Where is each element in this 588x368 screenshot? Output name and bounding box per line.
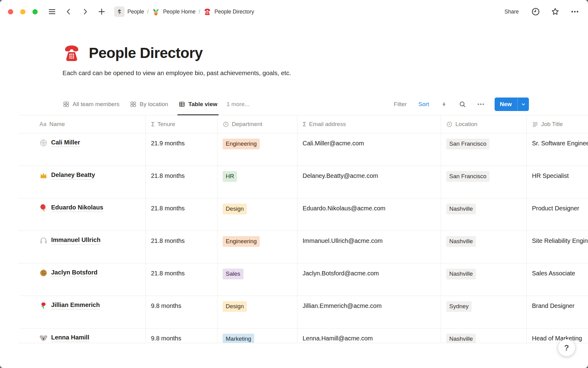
department-cell[interactable]: Engineering (217, 133, 297, 166)
name-cell[interactable]: Eduardo Nikolaus (18, 198, 145, 231)
job-title-value: HR Specialist (532, 172, 569, 179)
share-button[interactable]: Share (503, 7, 521, 16)
job-title-cell[interactable]: Site Reliability Engineer (526, 231, 588, 263)
close-window-button[interactable] (8, 9, 13, 14)
traffic-lights (8, 9, 38, 14)
tenure-cell[interactable]: 21.8 months (145, 166, 217, 198)
more-options-icon[interactable] (570, 7, 579, 16)
location-cell[interactable]: Nashville (441, 328, 526, 343)
location-cell[interactable]: San Francisco (441, 166, 526, 198)
column-header-email[interactable]: Σ Email address (297, 115, 441, 133)
tenure-cell[interactable]: 9.8 months (145, 328, 217, 343)
chevron-down-icon[interactable] (518, 98, 529, 111)
zoom-window-button[interactable] (32, 9, 38, 14)
view-options-icon[interactable] (476, 100, 485, 109)
name-cell[interactable]: Jillian Emmerich (18, 296, 145, 328)
new-button-label[interactable]: New (495, 98, 517, 111)
name-cell[interactable]: Cali Miller (18, 133, 145, 166)
location-cell[interactable]: Nashville (441, 263, 526, 296)
back-icon[interactable] (64, 7, 73, 16)
tenure-cell[interactable]: 21.9 months (145, 133, 217, 166)
department-tag: Design (223, 301, 247, 312)
tenure-value: 21.8 months (151, 270, 185, 277)
row-avatar-icon (40, 236, 47, 244)
job-title-cell[interactable]: Brand Designer (526, 296, 588, 328)
tenure-cell[interactable]: 21.8 months (145, 198, 217, 231)
department-cell[interactable]: Engineering (217, 231, 297, 263)
name-cell[interactable]: Delaney Beatty (18, 166, 145, 198)
tenure-cell[interactable]: 9.8 months (145, 296, 217, 328)
job-title-value: Sales Associate (532, 270, 575, 277)
email-cell[interactable]: Cali.Miller@acme.com (297, 133, 441, 166)
person-name[interactable]: Eduardo Nikolaus (51, 204, 103, 212)
tab-table-view[interactable]: Table view (179, 93, 217, 115)
email-value: Eduardo.Nikolaus@acme.com (303, 205, 385, 212)
automations-bolt-icon[interactable] (439, 100, 449, 109)
column-header-tenure[interactable]: Σ Tenure (145, 115, 217, 133)
department-tag: Engineering (223, 139, 260, 149)
column-label: Job Title (541, 121, 563, 128)
forward-icon[interactable] (81, 7, 90, 16)
breadcrumb-item-people[interactable]: People (112, 5, 147, 18)
person-name[interactable]: Immanuel Ullrich (51, 236, 100, 244)
history-clock-icon[interactable] (531, 7, 540, 16)
tab-label: All team members (73, 101, 119, 108)
row-avatar-icon (40, 301, 47, 309)
sort-button[interactable]: Sort (417, 100, 430, 109)
job-title-cell[interactable]: Product Designer (526, 198, 588, 231)
department-cell[interactable]: Design (217, 198, 297, 231)
breadcrumb-item-people-home[interactable]: People Home (149, 6, 198, 17)
email-cell[interactable]: Immanuel.Ullrich@acme.com (297, 231, 441, 263)
more-views-button[interactable]: 1 more... (227, 101, 250, 108)
name-cell[interactable]: Lenna Hamill (18, 328, 145, 343)
location-cell[interactable]: Sydney (441, 296, 526, 328)
name-cell[interactable]: Jaclyn Botsford (18, 263, 145, 296)
location-cell[interactable]: San Francisco (441, 133, 526, 166)
job-title-cell[interactable]: HR Specialist (526, 166, 588, 198)
tab-all-team-members[interactable]: All team members (63, 93, 119, 115)
person-name[interactable]: Jillian Emmerich (51, 301, 100, 309)
department-cell[interactable]: Marketing (217, 328, 297, 343)
breadcrumb-item-people-directory[interactable]: People Directory (201, 6, 256, 17)
column-header-job-title[interactable]: Job Title (526, 115, 588, 133)
favorite-star-icon[interactable] (551, 7, 560, 16)
department-tag: Marketing (223, 334, 254, 343)
filter-button[interactable]: Filter (393, 100, 408, 109)
search-icon[interactable] (458, 100, 467, 109)
job-title-cell[interactable]: Sr. Software Engineer (526, 133, 588, 166)
location-cell[interactable]: Nashville (441, 198, 526, 231)
column-header-location[interactable]: Location (441, 115, 526, 133)
department-cell[interactable]: HR (217, 166, 297, 198)
sidebar-menu-icon[interactable] (47, 7, 57, 16)
person-name[interactable]: Cali Miller (51, 139, 80, 147)
column-header-department[interactable]: Department (217, 115, 297, 133)
job-title-cell[interactable]: Head of Marketing (526, 328, 588, 343)
person-name[interactable]: Lenna Hamill (51, 334, 89, 342)
tenure-cell[interactable]: 21.8 months (145, 231, 217, 263)
minimize-window-button[interactable] (20, 9, 25, 14)
department-cell[interactable]: Sales (217, 263, 297, 296)
email-cell[interactable]: Lenna.Hamill@acme.com (297, 328, 441, 343)
column-header-name[interactable]: Aa Name (18, 115, 145, 133)
email-cell[interactable]: Jillian.Emmerich@acme.com (297, 296, 441, 328)
department-tag: Design (223, 204, 247, 214)
job-title-cell[interactable]: Sales Associate (526, 263, 588, 296)
email-value: Lenna.Hamill@acme.com (303, 335, 373, 342)
column-label: Department (232, 121, 262, 128)
red-telephone-page-icon[interactable] (61, 42, 82, 63)
help-button[interactable]: ? (558, 339, 575, 356)
new-button[interactable]: New (495, 98, 529, 111)
row-avatar-icon (40, 334, 47, 342)
email-cell[interactable]: Eduardo.Nikolaus@acme.com (297, 198, 441, 231)
breadcrumb-label: People (127, 9, 144, 15)
person-name[interactable]: Jaclyn Botsford (51, 269, 97, 277)
department-cell[interactable]: Design (217, 296, 297, 328)
person-name[interactable]: Delaney Beatty (51, 171, 95, 179)
new-page-icon[interactable] (97, 7, 106, 16)
tenure-cell[interactable]: 21.8 months (145, 263, 217, 296)
tab-by-location[interactable]: By location (130, 93, 168, 115)
name-cell[interactable]: Immanuel Ullrich (18, 231, 145, 263)
location-cell[interactable]: Nashville (441, 231, 526, 263)
email-cell[interactable]: Jaclyn.Botsford@acme.com (297, 263, 441, 296)
email-cell[interactable]: Delaney.Beatty@acme.com (297, 166, 441, 198)
